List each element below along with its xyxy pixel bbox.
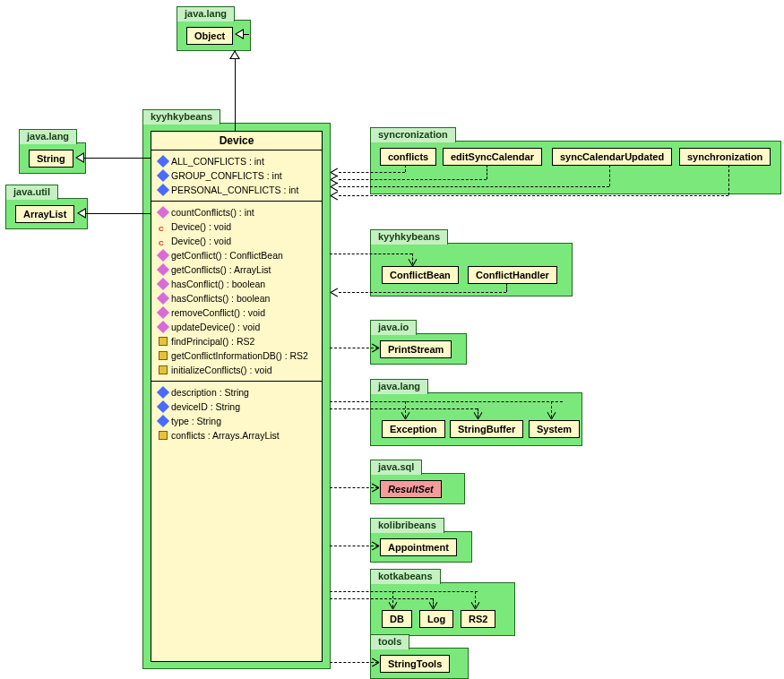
package-label: java.lang <box>370 379 428 394</box>
public-method-icon <box>157 321 169 333</box>
field-icon <box>157 184 169 196</box>
package-label: kotkabeans <box>370 569 441 584</box>
arrowhead-open-icon <box>371 541 380 550</box>
class-stringtools: StringTools <box>380 655 450 673</box>
package-label: java.lang <box>19 129 77 144</box>
field-label: conflicts : Arrays.ArrayList <box>171 430 280 441</box>
method-label: findPrincipal() : RS2 <box>171 336 254 347</box>
method-row: getConflict() : ConflictBean <box>151 248 322 262</box>
package-label: kyyhkybeans <box>142 109 220 125</box>
arrowhead-open-icon <box>371 343 380 352</box>
connector-dep <box>506 283 507 292</box>
arrowhead-open-icon <box>470 601 479 610</box>
connector-dep <box>330 591 478 592</box>
method-label: removeConflict() : void <box>171 307 265 318</box>
arrowhead-open-icon <box>408 258 417 267</box>
package-label: kolibribeans <box>370 518 444 533</box>
package-label: tools <box>370 634 409 649</box>
public-method-icon <box>157 263 169 276</box>
method-row: updateDevice() : void <box>151 320 322 334</box>
arrowhead-triangle-icon <box>229 50 240 59</box>
connector-dep <box>330 401 563 402</box>
field-icon <box>157 155 169 168</box>
field-label: type : String <box>171 416 221 426</box>
public-method-icon <box>157 249 169 262</box>
connector-dep <box>487 165 487 179</box>
method-label: hasConflict() : boolean <box>171 279 265 289</box>
connector-dep <box>728 165 729 195</box>
class-log: Log <box>419 610 453 628</box>
arrowhead-open-icon <box>371 483 380 492</box>
connector-dep <box>339 172 405 173</box>
package-label: java.io <box>370 320 417 335</box>
package-kyyhkybeans: kyyhkybeans Device ALL_CONFLICTS : int G… <box>142 123 331 669</box>
arrowhead-open-icon <box>330 182 339 191</box>
field-row: type : String <box>151 414 322 428</box>
field-icon <box>157 386 169 399</box>
private-field-icon <box>159 431 168 440</box>
private-method-icon <box>159 351 168 360</box>
class-exception: Exception <box>382 420 445 438</box>
method-label: initializeConflicts() : void <box>171 365 272 375</box>
package-label: java.lang <box>177 6 235 21</box>
class-object: Object <box>186 27 233 45</box>
const-label: ALL_CONFLICTS : int <box>171 156 264 167</box>
method-label: Device() : void <box>171 236 231 246</box>
method-label: getConflict() : ConflictBean <box>171 250 283 261</box>
class-system: System <box>529 420 580 438</box>
connector-dep <box>609 165 610 186</box>
const-label: GROUP_CONFLICTS : int <box>171 170 282 181</box>
class-stringbuffer: StringBuffer <box>450 420 523 438</box>
package-java-util: java.util ArrayList <box>5 198 88 229</box>
class-resultset: ResultSet <box>380 480 442 498</box>
uml-diagram: java.lang Object java.lang String java.u… <box>0 0 784 679</box>
connector <box>244 34 249 35</box>
arrowhead-open-icon <box>330 191 339 200</box>
field-label: description : String <box>171 387 249 398</box>
arrowhead-triangle-icon <box>75 152 84 163</box>
field-label: deviceID : String <box>171 401 240 412</box>
class-arraylist: ArrayList <box>15 205 74 223</box>
field-row: conflicts : Arrays.ArrayList <box>151 428 322 443</box>
private-method-icon <box>159 365 168 374</box>
arrowhead-triangle-icon <box>235 29 244 39</box>
class-synccalendarupdated: syncCalendarUpdated <box>552 148 672 166</box>
method-label: getConflictInformationDB() : RS2 <box>171 350 308 361</box>
class-device-title: Device <box>151 132 322 150</box>
method-row: initializeConflicts() : void <box>151 363 322 377</box>
arrowhead-open-icon <box>401 411 409 420</box>
method-label: Device() : void <box>171 221 231 232</box>
package-tools: tools StringTools <box>370 648 469 679</box>
class-conflictbean: ConflictBean <box>382 266 459 284</box>
method-label: getConflicts() : ArrayList <box>171 264 271 275</box>
class-conflicts: conflicts <box>380 148 436 166</box>
public-method-icon <box>157 206 169 219</box>
method-label: updateDevice() : void <box>171 322 260 332</box>
class-conflicthandler: ConflictHandler <box>468 266 557 284</box>
method-row: Device() : void <box>151 219 322 234</box>
arrowhead-open-icon <box>388 601 397 610</box>
connector-dep <box>330 408 478 409</box>
connector-inheritance-object <box>235 50 236 131</box>
field-icon <box>157 169 169 182</box>
class-printstream: PrintStream <box>380 340 452 358</box>
arrowhead-open-icon <box>547 411 556 420</box>
connector-dep <box>339 186 609 187</box>
package-java-sql: java.sql ResultSet <box>370 473 465 504</box>
class-device-constants: ALL_CONFLICTS : int GROUP_CONFLICTS : in… <box>151 150 322 202</box>
package-label: syncronization <box>370 127 456 142</box>
method-row: removeConflict() : void <box>151 305 322 320</box>
method-row: getConflictInformationDB() : RS2 <box>151 348 322 363</box>
field-icon <box>157 415 169 427</box>
arrowhead-open-icon <box>371 658 380 666</box>
class-db: DB <box>382 610 412 628</box>
package-java-io: java.io PrintStream <box>370 333 467 365</box>
class-device-methods: countConflicts() : int Device() : void D… <box>151 202 322 382</box>
method-row: hasConflict() : boolean <box>151 277 322 291</box>
method-row: findPrincipal() : RS2 <box>151 334 322 348</box>
class-rs2: RS2 <box>461 610 495 628</box>
class-appointment: Appointment <box>380 538 457 556</box>
constructor-icon <box>159 236 168 245</box>
method-row: Device() : void <box>151 234 322 248</box>
connector-dep <box>339 292 506 293</box>
